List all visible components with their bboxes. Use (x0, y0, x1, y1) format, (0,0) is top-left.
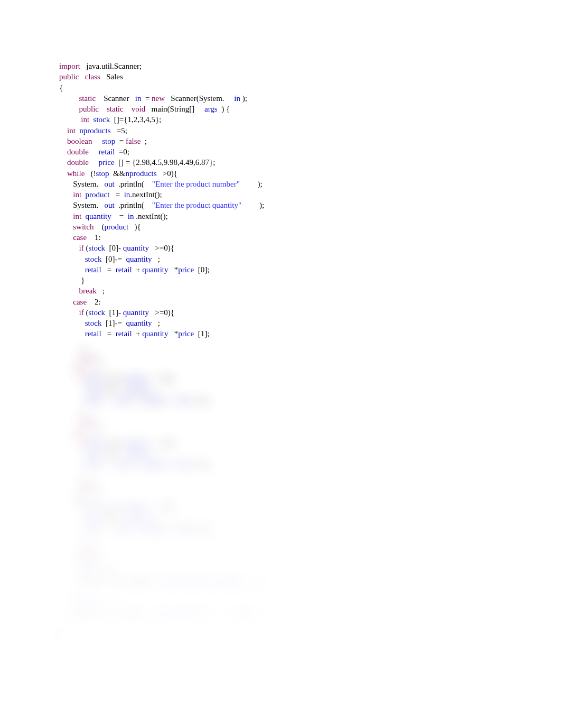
code-token: static (79, 94, 96, 103)
code-token: retail (85, 524, 101, 533)
code-token: price (178, 265, 194, 274)
code-token: boolean (67, 137, 92, 145)
code-token: stop (79, 567, 92, 576)
code-token: [1]- (105, 308, 123, 317)
code-token: static (107, 105, 124, 113)
code-token: ; (152, 255, 160, 263)
code-token: stock (88, 244, 105, 252)
code-token: int (67, 126, 76, 135)
code-token (59, 115, 81, 124)
code-token: out (110, 578, 120, 586)
code-token: >=0){ (149, 439, 174, 447)
code-token: * (169, 265, 179, 274)
code-token: retail (116, 396, 132, 404)
code-token: =0; (115, 148, 129, 156)
code-token: .println( (115, 201, 152, 209)
blurred-line: stock [2]-= quantity ; (59, 384, 503, 395)
code-token (59, 364, 73, 372)
code-token: while (67, 169, 85, 178)
clear-line: stock [1]-= quantity ; (59, 318, 503, 328)
code-token: retail (116, 329, 132, 338)
code-token: [3]-= (101, 449, 126, 458)
code-token: quantity (126, 255, 152, 263)
code-token: stop (102, 137, 115, 145)
code-token: nproducts (73, 600, 104, 608)
code-token: .println( (115, 180, 152, 188)
code-token: stock (85, 255, 102, 263)
code-token (59, 329, 85, 338)
code-token: + (132, 396, 143, 404)
code-token: case (73, 492, 87, 501)
code-token: switch (73, 223, 94, 231)
clear-line: case 2: (59, 297, 503, 307)
code-token: retail (85, 265, 101, 274)
clear-line: double price [] = {2.98,4.5,9.98,4.49,6.… (59, 157, 503, 168)
code-token: ; (97, 546, 105, 554)
clear-line: } (59, 275, 503, 285)
clear-line: if (stock [1]- quantity >=0){ (59, 307, 503, 318)
code-token (59, 158, 67, 167)
code-token: [2]; (194, 396, 209, 404)
clear-line: public class Sales (59, 71, 503, 82)
code-token: stock (85, 385, 102, 394)
code-token: product (86, 190, 110, 199)
code-token: ; (152, 449, 160, 458)
code-token: * (169, 524, 179, 533)
code-token: public (79, 105, 99, 113)
code-token: in (234, 94, 240, 103)
code-token (59, 503, 79, 511)
code-token: quantity (126, 385, 152, 394)
code-token: [4]; (194, 524, 209, 533)
clear-line: int product = in.nextInt(); (59, 189, 503, 200)
code-token: System. (59, 180, 104, 188)
code-token (59, 546, 79, 554)
code-token: } (59, 631, 65, 640)
code-token: : (99, 557, 105, 565)
code-token: quantity (142, 329, 168, 338)
code-token: = (141, 94, 152, 103)
code-token: ); (240, 94, 247, 103)
code-token: = (111, 212, 128, 220)
code-token: default (77, 557, 99, 565)
code-token: + (213, 610, 233, 619)
blurred-line: System. out .println( "Total Retail Sale… (59, 609, 503, 620)
code-token: retail (99, 148, 115, 156)
code-token: Scanner(System. (165, 94, 234, 103)
code-token (79, 72, 85, 81)
code-token: 4: (87, 428, 101, 437)
code-token: >=0){ (149, 308, 174, 317)
code-token: out (104, 201, 114, 209)
code-token: quantity (123, 244, 149, 252)
code-token (59, 482, 79, 490)
code-token (59, 126, 67, 135)
code-token: stock (88, 503, 105, 511)
code-token: ); (243, 578, 261, 586)
code-token (81, 190, 86, 199)
code-token (99, 105, 107, 113)
code-token: stock (88, 439, 105, 447)
code-token (59, 319, 85, 327)
code-token: false (126, 137, 141, 145)
code-token: in (128, 212, 134, 220)
code-token: in (124, 190, 130, 199)
code-token: if (79, 503, 84, 511)
blurred-line: } (59, 630, 503, 641)
code-token: break (79, 353, 97, 362)
code-token: >=0){ (149, 244, 174, 252)
code-token: stock (85, 449, 102, 458)
code-token (59, 137, 67, 145)
clear-line: int nproducts =5; (59, 125, 503, 136)
code-token: } (59, 343, 85, 351)
blurred-line: break ; (59, 545, 503, 555)
code-token: ; (115, 567, 119, 576)
code-token: = (101, 460, 116, 468)
code-token: ; (152, 319, 160, 327)
code-token: args (204, 105, 218, 113)
code-token: []={1,2,3,4,5}; (110, 115, 161, 124)
blurred-line: } (59, 587, 503, 598)
code-token: quantity (86, 212, 111, 220)
code-token: int (81, 115, 89, 124)
code-token: ); (241, 201, 264, 209)
code-token: * (169, 460, 179, 468)
code-token: >0){ (157, 169, 177, 178)
